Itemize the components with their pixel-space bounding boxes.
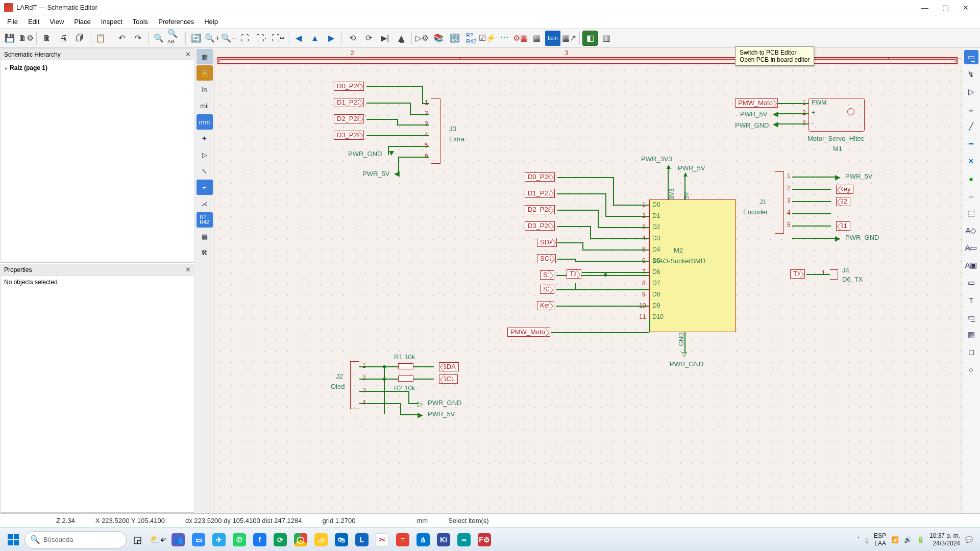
assign-fp-icon[interactable]: ⚙▦ — [512, 31, 528, 46]
part-j2[interactable] — [350, 361, 359, 409]
netlabel[interactable]: D1_P27 — [525, 189, 555, 198]
text-icon[interactable]: T — [964, 293, 978, 307]
grid-toggle-icon[interactable]: ▦ — [197, 49, 213, 64]
netlabel[interactable]: SCL — [439, 374, 458, 384]
part-j1[interactable] — [775, 171, 784, 234]
nav-forward-icon[interactable]: ▶ — [324, 31, 339, 46]
app-explorer[interactable]: 📁 — [311, 530, 331, 549]
netlabel[interactable]: D2_P28 — [525, 205, 555, 214]
part-r2[interactable] — [398, 375, 413, 382]
zoom-objects-icon[interactable]: ⛶∙ — [254, 31, 269, 46]
menu-view[interactable]: View — [44, 16, 69, 27]
app-facebook[interactable]: f — [250, 530, 270, 549]
tray-language[interactable]: ESPLAA — [874, 532, 886, 547]
weather-widget[interactable]: ⛅4° — [148, 530, 167, 549]
plot-icon[interactable]: 🗐 — [72, 31, 87, 46]
app-edge-sync[interactable]: ⟳ — [271, 530, 290, 549]
mirror-v-icon[interactable]: ▲̲ — [394, 31, 409, 46]
erc-icon[interactable]: ☑⚡ — [480, 31, 495, 46]
close-button[interactable]: ✕ — [955, 1, 976, 15]
netlabel[interactable]: S2 — [540, 285, 554, 294]
find-replace-icon[interactable]: 🔍ᴬᴮ — [167, 31, 183, 46]
minimize-button[interactable]: — — [915, 1, 935, 15]
menu-tools[interactable]: Tools — [128, 16, 153, 27]
tray-onedrive-icon[interactable]: ▯ — [865, 536, 869, 543]
task-view-icon[interactable]: ◲ — [128, 530, 147, 549]
open-pcb-button[interactable]: ◧ — [582, 31, 598, 46]
app-store[interactable]: 🛍 — [332, 530, 351, 549]
netlabel[interactable]: D0_P26 — [525, 172, 555, 182]
menu-help[interactable]: Help — [199, 16, 223, 27]
netlabel[interactable]: S1 — [836, 221, 850, 231]
menu-inspect[interactable]: Inspect — [96, 16, 128, 27]
part-r1[interactable] — [398, 363, 413, 369]
netlabel[interactable]: Key — [836, 185, 853, 194]
sim-icon[interactable]: 〰 — [496, 31, 511, 46]
app-telegram[interactable]: ✈ — [209, 530, 229, 549]
annotate-toggle-icon[interactable]: R?R42 — [197, 212, 213, 228]
netlabel[interactable]: D3_P29 — [334, 131, 364, 140]
app-whatsapp[interactable]: ✆ — [230, 530, 249, 549]
paste-icon[interactable]: 📋 — [93, 31, 108, 46]
app-vscode[interactable]: ⋔ — [413, 530, 433, 549]
hier-sheet-icon[interactable]: ▭ — [964, 276, 978, 290]
symbol-browser-icon[interactable]: 📚 — [431, 31, 446, 46]
notifications-icon[interactable]: 💬 — [965, 536, 973, 543]
add-symbol-icon[interactable]: ▷ — [964, 85, 978, 99]
netlist-icon[interactable]: ▦↗ — [561, 31, 577, 46]
table-icon[interactable]: ▦ — [964, 328, 978, 342]
netlabel[interactable]: SCL — [537, 254, 556, 263]
textbox-icon[interactable]: ▭̲ — [964, 310, 978, 324]
search-input[interactable] — [43, 536, 110, 543]
volume-icon[interactable]: 🔊 — [904, 536, 912, 543]
zoom-out-icon[interactable]: 🔍− — [221, 31, 236, 46]
app-todoist[interactable]: ≡ — [393, 530, 412, 549]
app-chrome[interactable]: ◯ — [291, 530, 310, 549]
start-button[interactable] — [3, 531, 23, 549]
zoom-refresh-icon[interactable]: 🔄 — [188, 31, 204, 46]
no-connect-icon[interactable]: ✕ — [964, 154, 978, 168]
app-arduino[interactable]: ∞ — [454, 530, 474, 549]
tray-chevron-icon[interactable]: ˄ — [857, 536, 860, 543]
menu-preferences[interactable]: Preferences — [153, 16, 199, 27]
sheet-settings-icon[interactable]: 🗎⚙ — [18, 31, 34, 46]
netlabel[interactable]: Key — [537, 301, 554, 310]
add-wire-icon[interactable]: ╱ — [964, 119, 978, 134]
op-point-icon[interactable]: ▤ — [197, 229, 213, 244]
app-l[interactable]: L — [352, 530, 372, 549]
zoom-selection-icon[interactable]: ⛶▭ — [270, 31, 285, 46]
wifi-icon[interactable]: 📶 — [891, 536, 899, 543]
junction-icon[interactable]: ● — [964, 171, 978, 186]
highlight-net-icon[interactable]: ↯ — [964, 67, 978, 82]
schematic-canvas[interactable]: 2 3 4 1 2 3 4 5 6 J3 Extra D0_P26 D1_P27 — [214, 48, 962, 513]
menu-place[interactable]: Place — [69, 16, 96, 27]
label-global-icon[interactable]: A◇ — [964, 223, 978, 238]
add-bus-icon[interactable]: ━ — [964, 137, 978, 151]
hierarchy-close-icon[interactable]: ✕ — [185, 51, 191, 58]
hidden-pins-icon[interactable]: ▷ — [197, 147, 213, 162]
netlabel[interactable]: PMW_Motor — [507, 328, 550, 337]
print-icon[interactable]: 🖨 — [56, 31, 71, 46]
zoom-fit-icon[interactable]: ⛶ — [237, 31, 253, 46]
circle-icon[interactable]: ○ — [964, 362, 978, 377]
app-zoom[interactable]: ▭ — [189, 530, 208, 549]
redo-icon[interactable]: ↷ — [130, 31, 145, 46]
annotate-icon[interactable]: R?R42 — [463, 31, 479, 46]
page-icon[interactable]: 🗎 — [39, 31, 55, 46]
bom-table-icon[interactable]: ▦ — [529, 31, 544, 46]
footprint-assign-icon[interactable]: 🔣 — [447, 31, 462, 46]
tray-clock[interactable]: 10:37 p. m.24/3/2024 — [929, 532, 960, 547]
undo-icon[interactable]: ↶ — [114, 31, 129, 46]
lines-mode-icon[interactable]: ⌐ — [197, 180, 213, 195]
netlabel[interactable]: D0_P26 — [334, 82, 364, 91]
netlabel[interactable]: D3_P29 — [525, 221, 555, 231]
cursor-full-icon[interactable]: ✦ — [197, 131, 213, 146]
symbol-editor-icon[interactable]: ▷⚙ — [414, 31, 430, 46]
label-local-icon[interactable]: ⎓ — [964, 189, 978, 203]
find-icon[interactable]: 🔍 — [151, 31, 166, 46]
system-tray[interactable]: ˄ ▯ ESPLAA 📶 🔊 🔋 10:37 p. m.24/3/2024 💬 — [857, 532, 977, 547]
app-freecad[interactable]: F⚙ — [475, 530, 494, 549]
app-teams[interactable]: 👥 — [168, 530, 188, 549]
menu-edit[interactable]: Edit — [23, 16, 44, 27]
part-j3[interactable] — [431, 98, 440, 164]
